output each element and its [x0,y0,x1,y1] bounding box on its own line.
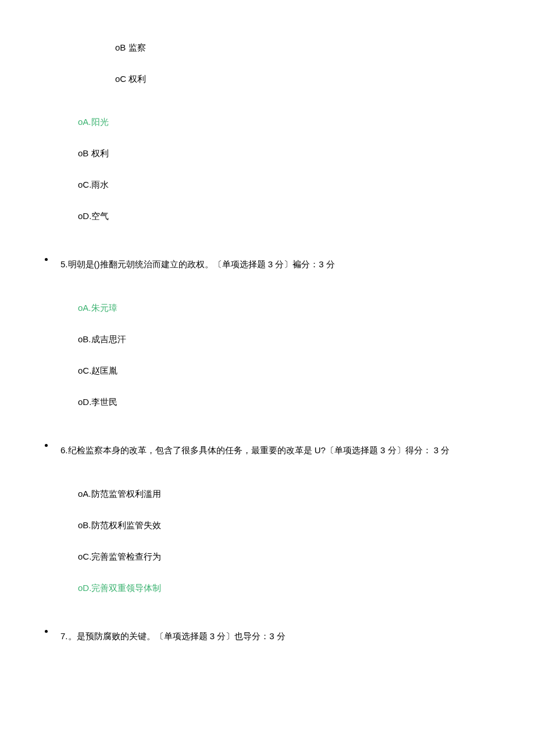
q6-row: 6.纪检监察本身的改革，包含了很多具体的任务，最重要的改革是 U?〔单项选择题 … [47,438,488,463]
q5-text: 5.明朝是()推翻元朝统治而建立的政权。〔单项选择题 3 分〕褊分：3 分 [60,252,488,277]
q5-option-d: oD.李世民 [78,395,488,409]
q7-text: 7.。是预防腐败的关键。〔单项选择题 3 分〕也导分：3 分 [60,624,488,648]
option-c-top: oC 权利 [115,72,488,86]
q5-option-c: oC.赵匡胤 [78,364,488,378]
q6-option-c: oC.完善监管检查行为 [78,550,488,564]
q7-row: 7.。是预防腐败的关键。〔单项选择题 3 分〕也导分：3 分 [47,624,488,648]
q4-option-c: oC.雨水 [78,178,488,192]
q5-options: oA.朱元璋 oB.成吉思汗 oC.赵匡胤 oD.李世民 [78,301,488,409]
q6-option-d: oD.完善双重领导体制 [78,581,488,595]
bullet-icon [45,630,48,633]
partial-options-top: oB 监察 oC 权利 [115,41,488,86]
q4-option-b: oB 权利 [78,146,488,160]
q5-option-b: oB.成吉思汗 [78,332,488,346]
q6-options: oA.防范监管权利滥用 oB.防范权利监管失效 oC.完善监管检查行为 oD.完… [78,487,488,595]
q4-options: oA.阳光 oB 权利 oC.雨水 oD.空气 [78,115,488,223]
q6-option-a: oA.防范监管权利滥用 [78,487,488,501]
bullet-icon [45,258,48,261]
q6-text: 6.纪检监察本身的改革，包含了很多具体的任务，最重要的改革是 U?〔单项选择题 … [60,438,488,463]
q5-option-a: oA.朱元璋 [78,301,488,315]
option-b-top: oB 监察 [115,41,488,55]
q4-option-d: oD.空气 [78,209,488,223]
bullet-icon [45,444,48,447]
q4-option-a: oA.阳光 [78,115,488,129]
q5-row: 5.明朝是()推翻元朝统治而建立的政权。〔单项选择题 3 分〕褊分：3 分 [47,252,488,277]
q6-option-b: oB.防范权利监管失效 [78,518,488,532]
